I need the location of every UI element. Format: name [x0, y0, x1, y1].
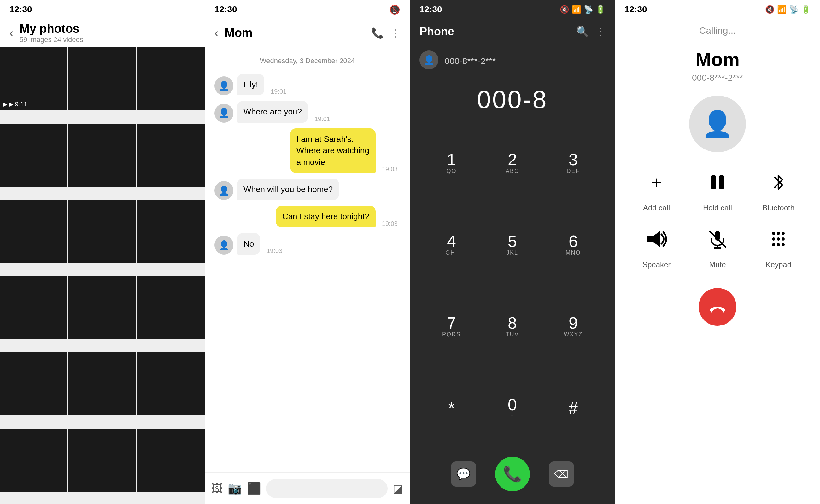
photo-cell[interactable] [0, 429, 67, 492]
date-separator: Wednesday, 3 December 2024 [214, 57, 400, 65]
call-status-icons: 🔇 📶 📡 🔋 [765, 5, 811, 14]
recent-call-number: 000-8***-2*** [445, 56, 496, 66]
message-bubble: No [237, 233, 260, 255]
photo-cell[interactable] [68, 200, 136, 263]
photo-cell[interactable] [68, 352, 136, 415]
photo-cell[interactable] [0, 200, 67, 263]
camera-icon[interactable]: 📷 [228, 482, 242, 495]
key-0[interactable]: 0 + [483, 369, 541, 447]
photos-time: 12:30 [9, 4, 32, 15]
message-row-6: 👤 No 19:03 [214, 233, 400, 255]
photo-cell[interactable] [68, 429, 136, 492]
signal-icon: 📶 [572, 5, 581, 14]
message-time: 19:01 [271, 88, 286, 95]
call-status-label: Calling... [699, 25, 736, 36]
sender-avatar: 👤 [214, 104, 233, 123]
dialer-time: 12:30 [419, 4, 442, 15]
key-3[interactable]: 3 DEF [544, 124, 602, 202]
key-1[interactable]: 1 QO [423, 124, 480, 202]
end-call-button[interactable] [699, 288, 736, 326]
dialer-title: Phone [419, 25, 570, 38]
photo-cell[interactable] [137, 429, 205, 492]
key-5[interactable]: 5 JKL [483, 205, 541, 284]
svg-point-14 [777, 243, 780, 246]
photos-title: My photos [20, 22, 83, 36]
chat-input-bar: 🖼 📷 ⬛ ◪ [205, 472, 410, 504]
keypad-button[interactable]: Keypad [753, 222, 804, 269]
photo-cell[interactable] [68, 276, 136, 339]
key-7[interactable]: 7 PQRS [423, 287, 480, 366]
message-bubble: Can I stay here tonight? [276, 206, 376, 227]
more-options-icon[interactable]: ⋮ [595, 26, 605, 38]
bluetooth-label: Bluetooth [763, 203, 794, 212]
photo-cell[interactable] [0, 124, 67, 187]
photo-cell[interactable] [137, 124, 205, 187]
photo-cell[interactable] [68, 124, 136, 187]
recent-call-row[interactable]: 👤 000-8***-2*** [410, 44, 615, 76]
call-contact-name: Mom [695, 49, 740, 70]
message-input[interactable] [266, 479, 388, 498]
photo-cell[interactable] [137, 352, 205, 415]
dialer-status-icons: 🔇 📶 📡 🔋 [560, 5, 605, 14]
add-call-label: Add call [643, 203, 670, 212]
svg-point-13 [772, 243, 775, 246]
chat-back-icon[interactable]: ‹ [214, 26, 218, 40]
svg-point-9 [782, 232, 785, 235]
video-badge: ▶ ▶ 9:11 [3, 100, 27, 108]
svg-point-7 [772, 232, 775, 235]
hold-call-icon [700, 165, 735, 200]
key-star[interactable]: * [423, 369, 480, 447]
message-row-2: 👤 Where are you? 19:01 [214, 101, 400, 122]
dialer-panel: 12:30 🔇 📶 📡 🔋 Phone 🔍 ⋮ 👤 000-8***-2*** … [410, 0, 615, 504]
message-time: 19:03 [267, 247, 282, 255]
message-row-5: 19:03 Can I stay here tonight? [214, 206, 400, 227]
messages-status-icon: 📵 [389, 4, 400, 15]
key-4[interactable]: 4 GHI [423, 205, 480, 284]
photos-subtitle: 59 images 24 videos [20, 36, 83, 44]
photo-cell[interactable] [137, 276, 205, 339]
photo-attach-icon[interactable]: 🖼 [211, 482, 223, 495]
messages-panel: 12:30 📵 ‹ Mom 📞 ⋮ Wednesday, 3 December … [205, 0, 410, 504]
hold-call-label: Hold call [703, 203, 732, 212]
svg-rect-0 [711, 175, 716, 189]
key-9[interactable]: 9 WXYZ [544, 287, 602, 366]
sms-button[interactable]: 💬 [451, 461, 476, 487]
bluetooth-button[interactable]: Bluetooth [753, 165, 804, 212]
photos-back-icon[interactable]: ‹ [9, 26, 13, 40]
call-button[interactable]: 📞 [495, 457, 530, 491]
call-controls-grid: + Add call Hold call Bluetooth [615, 152, 820, 282]
photo-cell[interactable]: ▶ ▶ 9:11 [0, 47, 67, 110]
message-time: 19:03 [382, 166, 398, 173]
chat-call-icon[interactable]: 📞 [371, 27, 384, 39]
mute-button[interactable]: Mute [692, 222, 743, 269]
message-bubble: Where are you? [237, 101, 308, 122]
photo-cell[interactable] [0, 352, 67, 415]
more-input-icon[interactable]: ◪ [393, 482, 403, 495]
photo-cell[interactable] [0, 276, 67, 339]
call-contact-number: 000-8***-2*** [692, 73, 743, 83]
key-8[interactable]: 8 TUV [483, 287, 541, 366]
message-row-3: 19:03 I am at Sarah's.Where are watching… [214, 128, 400, 173]
sticker-icon[interactable]: ⬛ [247, 482, 261, 495]
svg-point-8 [777, 232, 780, 235]
key-hash[interactable]: # [544, 369, 602, 447]
delete-button[interactable]: ⌫ [549, 461, 574, 487]
chat-more-icon[interactable]: ⋮ [390, 27, 400, 39]
battery-status-icon: 🔋 [801, 5, 811, 14]
sender-avatar: 👤 [214, 236, 233, 255]
photo-cell[interactable] [68, 47, 136, 110]
photos-top-bar: ‹ My photos 59 images 24 videos [0, 19, 205, 47]
key-2[interactable]: 2 ABC [483, 124, 541, 202]
sender-avatar: 👤 [214, 181, 233, 200]
call-time: 12:30 [624, 4, 647, 15]
photo-cell[interactable] [137, 200, 205, 263]
call-avatar: 👤 [689, 96, 746, 152]
photo-cell[interactable] [137, 47, 205, 110]
add-call-button[interactable]: + Add call [631, 165, 682, 212]
hold-call-button[interactable]: Hold call [692, 165, 743, 212]
speaker-button[interactable]: Speaker [631, 222, 682, 269]
mute-label: Mute [709, 260, 726, 269]
search-icon[interactable]: 🔍 [576, 26, 589, 38]
message-bubble: Lily! [237, 74, 264, 95]
key-6[interactable]: 6 MNO [544, 205, 602, 284]
